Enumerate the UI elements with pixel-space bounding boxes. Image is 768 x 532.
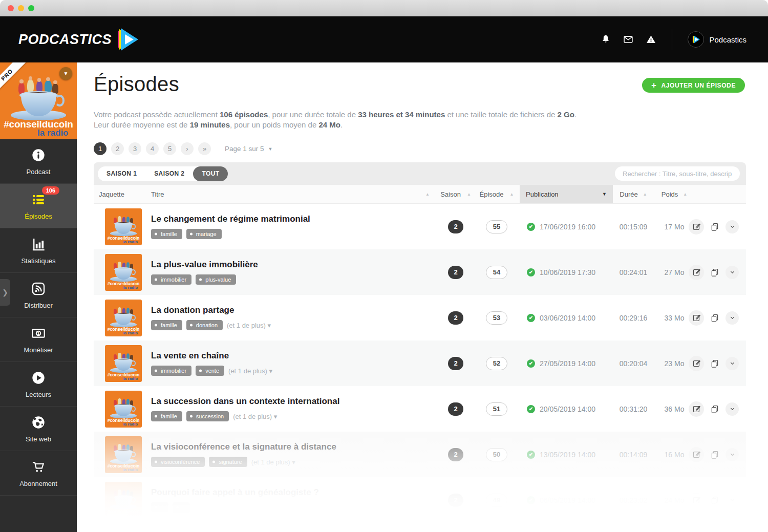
episode-title[interactable]: La visioconférence et la signature à dis…	[151, 442, 433, 452]
tag[interactable]: signature	[209, 457, 247, 467]
sort-asc-icon[interactable]: ▲	[643, 192, 647, 197]
duplicate-episode-button[interactable]	[708, 448, 721, 461]
page-selector[interactable]: Page 1 sur 5 ▼	[225, 145, 272, 153]
episode-cover-thumbnail[interactable]: #conseilducoinla radio	[105, 391, 142, 428]
edit-episode-button[interactable]	[689, 219, 704, 235]
column-duree[interactable]: Durée▲	[613, 185, 654, 203]
episode-cover-thumbnail[interactable]: #conseilducoinla radio	[105, 254, 142, 291]
duplicate-episode-button[interactable]	[708, 311, 721, 325]
sidebar-item-statistics[interactable]: Statistiques	[0, 228, 77, 273]
sort-asc-icon[interactable]: ▲	[425, 192, 430, 197]
filter-saison-1[interactable]: SAISON 1	[98, 166, 145, 181]
sidebar-item-distribute[interactable]: Distribuer	[0, 273, 77, 317]
window-minimize-button[interactable]	[18, 5, 24, 11]
page-button-1[interactable]: 1	[94, 142, 106, 155]
episode-row[interactable]: #conseilducoinla radio Pourquoi faire ap…	[94, 477, 746, 516]
episode-title[interactable]: La donation partage	[151, 305, 433, 315]
sort-asc-icon[interactable]: ▲	[683, 192, 687, 197]
episode-title[interactable]: La succession dans un contexte internati…	[151, 396, 433, 407]
episode-cover-thumbnail[interactable]: #conseilducoinla radio	[105, 345, 142, 382]
episode-row[interactable]: #conseilducoinla radio La plus-value imm…	[94, 249, 746, 295]
episode-row[interactable]: #conseilducoinla radio La donation parta…	[94, 295, 746, 341]
episode-row[interactable]: #conseilducoinla radio La vente en chaîn…	[94, 341, 746, 386]
page-button-2[interactable]: 2	[111, 142, 124, 155]
more-tags[interactable]: (et 1 de plus) ▾	[227, 322, 271, 329]
search-input[interactable]	[615, 166, 740, 181]
expand-row-button[interactable]	[726, 357, 739, 370]
edit-episode-button[interactable]	[689, 310, 704, 326]
tag[interactable]: succession	[186, 411, 229, 421]
edit-episode-button[interactable]	[689, 265, 704, 280]
sidebar-item-players[interactable]: Lecteurs	[0, 362, 77, 407]
add-episode-button[interactable]: + AJOUTER UN ÉPISODE	[642, 78, 745, 93]
expand-row-button[interactable]	[726, 311, 739, 325]
page-button-5[interactable]: 5	[163, 142, 176, 155]
sidebar-item-monetize[interactable]: 1 Monétiser	[0, 317, 77, 362]
sidebar-item-episodes[interactable]: 106 Épisodes	[0, 184, 77, 228]
alerts-warning-icon[interactable]	[645, 34, 656, 45]
duplicate-episode-button[interactable]	[708, 357, 721, 370]
tag[interactable]	[173, 502, 190, 513]
sidebar-item-podcast[interactable]: Podcast	[0, 139, 77, 184]
tag[interactable]	[151, 502, 168, 513]
duplicate-episode-button[interactable]	[708, 402, 721, 416]
episode-cover-thumbnail[interactable]: #conseilducoinla radio	[105, 482, 142, 516]
expand-row-button[interactable]	[726, 220, 739, 233]
sidebar-item-website[interactable]: Site web	[0, 407, 77, 451]
tag[interactable]: plus-value	[196, 274, 236, 285]
column-episode[interactable]: Épisode▲	[474, 185, 520, 203]
sort-desc-icon[interactable]: ▼	[602, 191, 607, 197]
tag[interactable]: famille	[151, 320, 182, 330]
column-poids[interactable]: Poids▲	[654, 185, 695, 203]
account-menu[interactable]: Podcastics	[688, 31, 746, 48]
filter-tout[interactable]: TOUT	[193, 166, 228, 181]
episode-title[interactable]: La plus-value immobilière	[151, 260, 433, 270]
expand-row-button[interactable]	[726, 448, 739, 461]
cover-chevron-down-button[interactable]: ▼	[59, 67, 72, 80]
sidebar-item-subscription[interactable]: Abonnement	[0, 451, 77, 496]
column-publication[interactable]: Publication▼	[520, 185, 613, 203]
episode-title[interactable]: Le changement de régime matrimonial	[151, 214, 433, 224]
last-page-button[interactable]: »	[198, 142, 211, 155]
filter-saison-2[interactable]: SAISON 2	[145, 166, 193, 181]
sort-asc-icon[interactable]: ▲	[510, 192, 514, 197]
page-button-4[interactable]: 4	[146, 142, 159, 155]
column-saison[interactable]: Saison▲	[438, 185, 474, 203]
sidebar-collapse-handle[interactable]: ❯	[0, 279, 10, 306]
episode-title[interactable]: Pourquoi faire appel à un généalogiste ?	[151, 487, 433, 498]
tag[interactable]: mariage	[186, 229, 222, 239]
tag[interactable]: immobilier	[151, 274, 191, 285]
expand-row-button[interactable]	[726, 402, 739, 416]
more-tags[interactable]: (et 1 de plus) ▾	[228, 367, 272, 375]
edit-episode-button[interactable]	[689, 356, 704, 371]
expand-row-button[interactable]	[726, 494, 739, 507]
window-close-button[interactable]	[8, 5, 14, 11]
messages-envelope-icon[interactable]	[623, 34, 634, 45]
episode-title[interactable]: La vente en chaîne	[151, 351, 433, 361]
episode-row[interactable]: #conseilducoinla radio La visioconférenc…	[94, 432, 746, 477]
episode-cover-thumbnail[interactable]: #conseilducoinla radio	[105, 208, 142, 245]
tag[interactable]: donation	[186, 320, 223, 330]
notifications-bell-icon[interactable]	[600, 34, 611, 45]
episode-cover-thumbnail[interactable]: #conseilducoinla radio	[105, 300, 142, 336]
episode-cover-thumbnail[interactable]: #conseilducoinla radio	[105, 436, 142, 473]
tag[interactable]: visioconférence	[151, 457, 205, 467]
tag[interactable]: famille	[151, 411, 182, 421]
page-button-3[interactable]: 3	[129, 142, 141, 155]
more-tags[interactable]: (et 1 de plus) ▾	[233, 413, 277, 420]
tag[interactable]: vente	[196, 366, 224, 376]
podcastics-logo[interactable]: PODCASTICS	[18, 28, 138, 51]
column-titre[interactable]: Titre▲	[151, 185, 438, 203]
expand-row-button[interactable]	[726, 266, 739, 279]
duplicate-episode-button[interactable]	[708, 266, 721, 279]
duplicate-episode-button[interactable]	[708, 494, 721, 507]
edit-episode-button[interactable]	[689, 447, 704, 462]
next-page-button[interactable]: ›	[181, 142, 194, 155]
tag[interactable]: immobilier	[151, 366, 191, 376]
window-zoom-button[interactable]	[28, 5, 34, 11]
more-tags[interactable]: (et 1 de plus) ▾	[251, 458, 295, 466]
edit-episode-button[interactable]	[689, 493, 704, 508]
episode-row[interactable]: #conseilducoinla radio Le changement de …	[94, 204, 746, 249]
episode-row[interactable]: #conseilducoinla radio La succession dan…	[94, 386, 746, 432]
sort-asc-icon[interactable]: ▲	[467, 192, 471, 197]
